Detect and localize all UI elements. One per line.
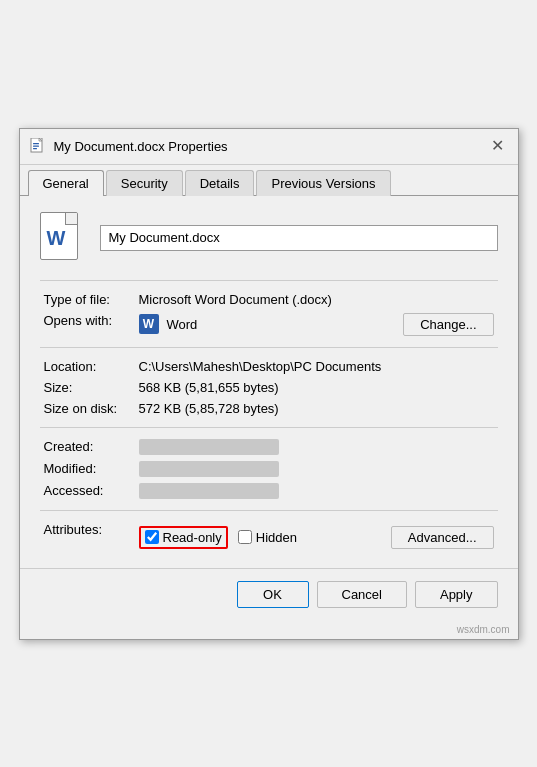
hidden-checkbox[interactable] (238, 530, 252, 544)
attributes-content: Read-only Hidden Advanced... (139, 526, 494, 549)
svg-rect-3 (33, 146, 39, 147)
size-on-disk-label: Size on disk: (40, 398, 135, 419)
svg-rect-4 (33, 148, 37, 149)
word-icon-letter: W (47, 227, 66, 250)
attributes-row: Attributes: Read-only Hidden Advanced... (40, 519, 498, 552)
advanced-button[interactable]: Advanced... (391, 526, 494, 549)
svg-rect-2 (33, 143, 39, 144)
size-value: 568 KB (5,81,655 bytes) (135, 377, 498, 398)
size-on-disk-row: Size on disk: 572 KB (5,85,728 bytes) (40, 398, 498, 419)
attributes-label: Attributes: (40, 519, 135, 552)
created-row: Created: (40, 436, 498, 458)
location-row: Location: C:\Users\Mahesh\Desktop\PC Doc… (40, 356, 498, 377)
opens-app-name: Word (167, 317, 198, 332)
cancel-button[interactable]: Cancel (317, 581, 407, 608)
word-app-icon: W (139, 314, 159, 334)
tab-security[interactable]: Security (106, 170, 183, 196)
opens-label: Opens with: (40, 310, 135, 339)
window-title: My Document.docx Properties (54, 139, 228, 154)
type-label: Type of file: (40, 289, 135, 310)
size-row: Size: 568 KB (5,81,655 bytes) (40, 377, 498, 398)
title-bar-icon (30, 138, 46, 154)
size-on-disk-value: 572 KB (5,85,728 bytes) (135, 398, 498, 419)
accessed-value (139, 483, 279, 499)
divider-4 (40, 510, 498, 511)
divider-3 (40, 427, 498, 428)
modified-value (139, 461, 279, 477)
hidden-label: Hidden (256, 530, 297, 545)
created-label: Created: (40, 436, 135, 458)
dates-table: Created: Modified: Accessed: (40, 436, 498, 502)
divider-1 (40, 280, 498, 281)
opens-with-content: W Word Change... (139, 313, 494, 336)
close-button[interactable]: ✕ (487, 138, 508, 154)
tab-content: W Type of file: Microsoft Word Document … (20, 196, 518, 568)
hidden-checkbox-label[interactable]: Hidden (238, 530, 297, 545)
tab-general[interactable]: General (28, 170, 104, 196)
apply-button[interactable]: Apply (415, 581, 498, 608)
file-type-icon: W (40, 212, 84, 264)
type-value: Microsoft Word Document (.docx) (135, 289, 498, 310)
location-value: C:\Users\Mahesh\Desktop\PC Documents (135, 356, 498, 377)
tab-bar: General Security Details Previous Versio… (20, 165, 518, 196)
footer-buttons: OK Cancel Apply (20, 568, 518, 622)
location-table: Location: C:\Users\Mahesh\Desktop\PC Doc… (40, 356, 498, 419)
change-button[interactable]: Change... (403, 313, 493, 336)
modified-row: Modified: (40, 458, 498, 480)
created-value (139, 439, 279, 455)
modified-label: Modified: (40, 458, 135, 480)
readonly-label: Read-only (163, 530, 222, 545)
accessed-row: Accessed: (40, 480, 498, 502)
type-row: Type of file: Microsoft Word Document (.… (40, 289, 498, 310)
accessed-label: Accessed: (40, 480, 135, 502)
opens-with-row: Opens with: W Word Change... (40, 310, 498, 339)
title-bar: My Document.docx Properties ✕ (20, 129, 518, 165)
properties-dialog: My Document.docx Properties ✕ General Se… (19, 128, 519, 640)
tab-previous-versions[interactable]: Previous Versions (256, 170, 390, 196)
title-bar-left: My Document.docx Properties (30, 138, 228, 154)
ok-button[interactable]: OK (237, 581, 309, 608)
watermark: wsxdm.com (20, 622, 518, 639)
info-table: Type of file: Microsoft Word Document (.… (40, 289, 498, 339)
readonly-checkbox[interactable] (145, 530, 159, 544)
location-label: Location: (40, 356, 135, 377)
file-header: W (40, 212, 498, 264)
filename-input[interactable] (100, 225, 498, 251)
tab-details[interactable]: Details (185, 170, 255, 196)
size-label: Size: (40, 377, 135, 398)
attributes-table: Attributes: Read-only Hidden Advanced... (40, 519, 498, 552)
readonly-highlight: Read-only (139, 526, 228, 549)
divider-2 (40, 347, 498, 348)
